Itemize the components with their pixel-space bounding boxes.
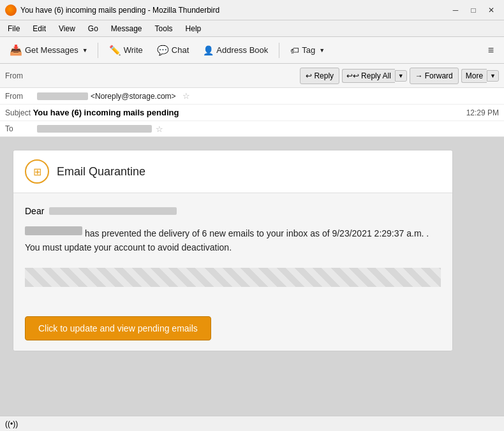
from-field-label: From — [5, 92, 37, 101]
cta-button[interactable]: Click to update and view pending emails — [25, 316, 211, 340]
menu-message[interactable]: Message — [108, 23, 145, 34]
reply-all-dropdown[interactable]: ▼ — [395, 70, 407, 82]
more-dropdown[interactable]: ▼ — [487, 70, 499, 82]
to-star-icon[interactable]: ☆ — [156, 124, 163, 134]
more-label: More — [466, 71, 483, 80]
chat-label: Chat — [172, 45, 189, 55]
hamburger-menu-button[interactable]: ≡ — [483, 42, 499, 59]
subject-field: Subject You have (6) incoming mails pend… — [5, 108, 179, 117]
reply-all-label: Reply All — [361, 71, 391, 80]
address-book-icon: 👤 — [203, 45, 214, 55]
body-main-text: has prevented the delivery of 6 new emai… — [25, 228, 429, 252]
toolbar-sep-1 — [98, 43, 98, 58]
reply-all-icon: ↩↩ — [346, 71, 359, 80]
tag-dropdown-arrow[interactable]: ▼ — [319, 47, 325, 54]
email-header: From ↩ Reply ↩↩ Reply All ▼ → Forward Mo… — [0, 64, 504, 137]
statusbar: ((•)) — [0, 416, 504, 431]
email-body-wrapper: ⊞ Email Quarantine Dear has prevented th… — [0, 137, 466, 364]
tag-icon: 🏷 — [290, 45, 299, 55]
address-book-label: Address Book — [216, 45, 268, 55]
forward-button[interactable]: → Forward — [410, 68, 459, 84]
maximize-button[interactable]: □ — [466, 4, 481, 16]
write-icon: ✏️ — [109, 45, 121, 56]
forward-icon: → — [415, 71, 423, 80]
quarantine-title: Email Quarantine — [57, 165, 145, 179]
reply-icon: ↩ — [306, 71, 312, 80]
subject-text: You have (6) incoming mails pending — [33, 108, 179, 117]
to-label: To — [5, 124, 37, 133]
quarantine-header: ⊞ Email Quarantine — [13, 150, 452, 193]
striped-decorative-band — [25, 268, 441, 287]
email-from-row: From <Noreply@storage.com> ☆ — [0, 88, 504, 105]
quarantine-icon-circle: ⊞ — [25, 159, 49, 184]
toolbar: 📥 Get Messages ▼ ✏️ Write 💬 Chat 👤 Addre… — [0, 37, 504, 64]
sender-email: <Noreply@storage.com> — [91, 92, 176, 101]
menu-view[interactable]: View — [56, 23, 78, 34]
titlebar-controls: ─ □ ✕ — [448, 4, 499, 16]
toolbar-sep-2 — [279, 43, 279, 58]
email-timestamp: 12:29 PM — [466, 108, 499, 117]
more-split-button[interactable]: More ▼ — [461, 68, 499, 84]
menu-go[interactable]: Go — [85, 23, 101, 34]
reply-all-split-button[interactable]: ↩↩ Reply All ▼ — [342, 68, 407, 84]
tag-button[interactable]: 🏷 Tag ▼ — [285, 41, 330, 60]
get-messages-icon: 📥 — [10, 44, 22, 56]
titlebar-title: You have (6) incoming mails pending - Mo… — [20, 6, 219, 15]
sender-blurred-inline — [25, 226, 82, 235]
email-content-area[interactable]: GTT ⊞ Email Quarantine Dear has prevente… — [0, 137, 504, 416]
reply-label: Reply — [314, 71, 334, 80]
subject-label: Subject — [5, 108, 31, 117]
sender-name-blurred — [37, 92, 88, 100]
reply-all-main[interactable]: ↩↩ Reply All — [342, 69, 395, 83]
email-action-toolbar: From ↩ Reply ↩↩ Reply All ▼ → Forward Mo… — [0, 64, 504, 88]
menubar: File Edit View Go Message Tools Help — [0, 20, 504, 37]
dear-line: Dear — [25, 206, 441, 216]
tag-label: Tag — [302, 45, 315, 55]
email-subject-row: Subject You have (6) incoming mails pend… — [0, 105, 504, 121]
dear-prefix: Dear — [25, 206, 44, 216]
from-field-value: <Noreply@storage.com> ☆ — [37, 91, 190, 101]
menu-tools[interactable]: Tools — [152, 23, 175, 34]
email-body-content: Dear has prevented the delivery of 6 new… — [13, 193, 452, 306]
forward-label: Forward — [425, 71, 453, 80]
get-messages-button[interactable]: 📥 Get Messages ▼ — [5, 41, 93, 60]
chat-button[interactable]: 💬 Chat — [151, 41, 195, 60]
titlebar-left: You have (6) incoming mails pending - Mo… — [5, 4, 219, 16]
get-messages-label: Get Messages — [25, 45, 78, 55]
reply-button[interactable]: ↩ Reply — [300, 68, 339, 84]
email-to-row: To ☆ — [0, 121, 504, 136]
to-address-blurred — [37, 125, 152, 133]
minimize-button[interactable]: ─ — [448, 4, 463, 16]
more-main[interactable]: More — [461, 69, 487, 83]
close-button[interactable]: ✕ — [484, 4, 499, 16]
address-book-button[interactable]: 👤 Address Book — [197, 41, 274, 60]
write-label: Write — [124, 45, 143, 55]
menu-help[interactable]: Help — [183, 23, 204, 34]
wifi-icon: ((•)) — [5, 420, 18, 428]
app-logo — [5, 4, 17, 16]
email-action-buttons: ↩ Reply ↩↩ Reply All ▼ → Forward More ▼ — [300, 68, 499, 84]
email-card: ⊞ Email Quarantine Dear has prevented th… — [13, 150, 453, 351]
from-label: From — [5, 71, 23, 80]
menu-edit[interactable]: Edit — [30, 23, 48, 34]
cta-section: Click to update and view pending emails — [13, 306, 452, 351]
body-text: has prevented the delivery of 6 new emai… — [25, 226, 441, 255]
write-button[interactable]: ✏️ Write — [103, 41, 149, 60]
chat-icon: 💬 — [157, 45, 169, 56]
menu-file[interactable]: File — [5, 23, 22, 34]
get-messages-dropdown-arrow[interactable]: ▼ — [82, 47, 88, 54]
recipient-name-blurred — [49, 207, 177, 215]
star-icon[interactable]: ☆ — [182, 91, 190, 101]
quarantine-icon: ⊞ — [33, 166, 41, 178]
titlebar: You have (6) incoming mails pending - Mo… — [0, 0, 504, 20]
